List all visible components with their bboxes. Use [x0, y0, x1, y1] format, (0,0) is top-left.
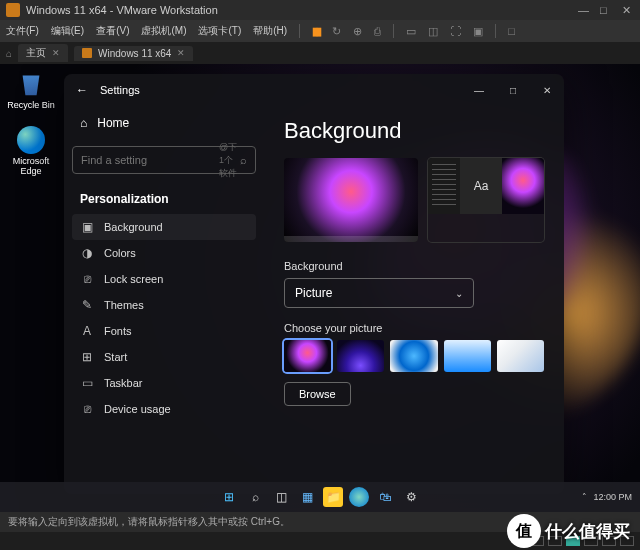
nav-label: Background [104, 221, 163, 233]
taskview-button[interactable]: ◫ [271, 487, 291, 507]
windows-desktop[interactable]: Recycle Bin Microsoft Edge ← Settings — … [0, 64, 640, 512]
tab-vm[interactable]: Windows 11 x64 ✕ [74, 46, 193, 61]
nav-label: Themes [104, 299, 144, 311]
nav-icon: ◑ [80, 246, 94, 260]
vmware-icon [6, 3, 20, 17]
desktop-icon-recycle-bin[interactable]: Recycle Bin [6, 70, 56, 110]
home-label: Home [97, 116, 129, 130]
picture-thumb-2[interactable] [337, 340, 384, 372]
sidebar-item-background[interactable]: ▣Background [72, 214, 256, 240]
store-button[interactable]: 🛍 [375, 487, 395, 507]
nav-label: Taskbar [104, 377, 143, 389]
menu-view[interactable]: 查看(V) [96, 24, 129, 38]
preview-accent [502, 158, 544, 214]
picture-thumb-3[interactable] [390, 340, 437, 372]
nav-icon: ▣ [80, 220, 94, 234]
preview-font: Aa [460, 158, 502, 214]
dropdown-value: Picture [295, 286, 332, 300]
search-hint: @下1个软件 [219, 141, 240, 180]
close-icon[interactable]: ✕ [622, 4, 634, 16]
toolbar-btn[interactable]: ⛶ [450, 25, 461, 37]
minimize-button[interactable]: — [462, 74, 496, 106]
background-dropdown[interactable]: Picture ⌄ [284, 278, 474, 308]
nav-label: Lock screen [104, 273, 163, 285]
settings-button[interactable]: ⚙ [401, 487, 421, 507]
nav-label: Start [104, 351, 127, 363]
vmware-title: Windows 11 x64 - VMware Workstation [26, 4, 218, 16]
sidebar-item-colors[interactable]: ◑Colors [72, 240, 256, 266]
status-text: 要将输入定向到该虚拟机，请将鼠标指针移入其中或按 Ctrl+G。 [8, 515, 290, 529]
nav-icon: ✎ [80, 298, 94, 312]
sidebar-item-start[interactable]: ⊞Start [72, 344, 256, 370]
picture-thumb-4[interactable] [444, 340, 491, 372]
search-input[interactable]: @下1个软件 ⌕ [72, 146, 256, 174]
settings-titlebar[interactable]: ← Settings — □ ✕ [64, 74, 564, 106]
start-button[interactable]: ⊞ [219, 487, 239, 507]
maximize-icon[interactable]: □ [600, 4, 612, 16]
nav-icon: A [80, 324, 94, 338]
maximize-button[interactable]: □ [496, 74, 530, 106]
vmware-menubar: 文件(F) 编辑(E) 查看(V) 虚拟机(M) 选项卡(T) 帮助(H) ▮▮… [0, 20, 640, 42]
search-field[interactable] [81, 154, 219, 166]
sidebar-home[interactable]: ⌂ Home [72, 110, 256, 136]
nav-icon: ⊞ [80, 350, 94, 364]
page-heading: Background [284, 118, 544, 144]
settings-title: Settings [100, 84, 140, 96]
tab-home[interactable]: 主页 ✕ [18, 44, 68, 62]
close-button[interactable]: ✕ [530, 74, 564, 106]
toolbar-btn[interactable]: ◫ [428, 25, 438, 38]
clock: 12:00 PM [593, 492, 632, 502]
tab-label: Windows 11 x64 [98, 48, 171, 59]
sidebar-item-device-usage[interactable]: ⎚Device usage [72, 396, 256, 422]
windows-taskbar[interactable]: ⊞ ⌕ ◫ ▦ 📁 🛍 ⚙ ˄ 12:00 PM [0, 482, 640, 512]
recycle-bin-icon [17, 70, 45, 98]
sidebar-item-taskbar[interactable]: ▭Taskbar [72, 370, 256, 396]
theme-preview: Aa [428, 158, 544, 242]
picture-thumb-1[interactable] [284, 340, 331, 372]
sidebar-item-lock-screen[interactable]: ⎚Lock screen [72, 266, 256, 292]
browse-button[interactable]: Browse [284, 382, 351, 406]
nav-icon: ▭ [80, 376, 94, 390]
background-label: Background [284, 260, 544, 272]
desktop-icon-edge[interactable]: Microsoft Edge [6, 126, 56, 176]
edge-icon [17, 126, 45, 154]
sidebar-item-fonts[interactable]: AFonts [72, 318, 256, 344]
sidebar-item-themes[interactable]: ✎Themes [72, 292, 256, 318]
menu-tabs[interactable]: 选项卡(T) [198, 24, 241, 38]
back-icon[interactable]: ← [64, 83, 100, 97]
toolbar-btn[interactable]: ▭ [406, 25, 416, 38]
picture-thumb-5[interactable] [497, 340, 544, 372]
toolbar-btn[interactable]: ⎙ [374, 25, 381, 37]
home-icon[interactable]: ⌂ [6, 48, 12, 59]
menu-file[interactable]: 文件(F) [6, 24, 39, 38]
toolbar-btn[interactable]: ↻ [332, 25, 341, 38]
toolbar-btn[interactable]: ⊕ [353, 25, 362, 38]
nav-label: Fonts [104, 325, 132, 337]
home-icon: ⌂ [80, 116, 87, 130]
edge-button[interactable] [349, 487, 369, 507]
toolbar-btn[interactable]: □ [508, 25, 515, 37]
category-title: Personalization [72, 184, 256, 212]
widgets-button[interactable]: ▦ [297, 487, 317, 507]
tab-close-icon[interactable]: ✕ [52, 48, 60, 58]
menu-vm[interactable]: 虚拟机(M) [141, 24, 186, 38]
menu-help[interactable]: 帮助(H) [253, 24, 287, 38]
tray-chevron-icon[interactable]: ˄ [582, 492, 587, 502]
toolbar-btn[interactable]: ▣ [473, 25, 483, 38]
tab-close-icon[interactable]: ✕ [177, 48, 185, 58]
vm-icon [82, 48, 92, 58]
vmware-titlebar: Windows 11 x64 - VMware Workstation — □ … [0, 0, 640, 20]
icon-label: Recycle Bin [7, 100, 55, 110]
system-tray[interactable]: ˄ 12:00 PM [582, 492, 632, 502]
search-icon[interactable]: ⌕ [240, 154, 247, 166]
preview-panel [428, 158, 460, 214]
menu-edit[interactable]: 编辑(E) [51, 24, 84, 38]
tab-label: 主页 [26, 46, 46, 60]
settings-content: Background Aa Background Picture ⌄ Choos… [264, 74, 564, 494]
search-button[interactable]: ⌕ [245, 487, 265, 507]
minimize-icon[interactable]: — [578, 4, 590, 16]
watermark-badge: 值 [507, 514, 541, 548]
pause-icon[interactable]: ▮▮ [312, 25, 320, 38]
nav-label: Colors [104, 247, 136, 259]
explorer-button[interactable]: 📁 [323, 487, 343, 507]
